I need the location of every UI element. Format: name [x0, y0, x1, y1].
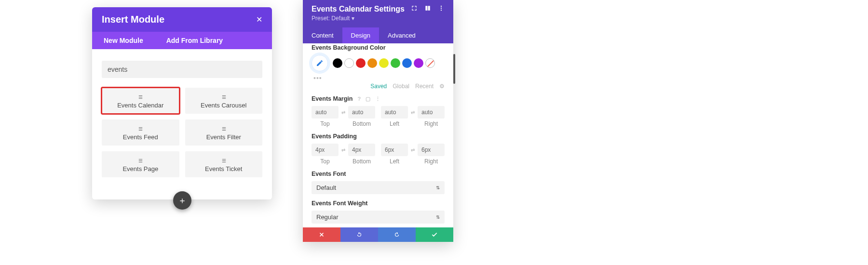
- module-search-input[interactable]: [102, 61, 262, 78]
- caret-down-icon: ▾: [352, 15, 354, 22]
- side-right: Right: [418, 158, 445, 165]
- swatch-yellow[interactable]: [379, 58, 389, 68]
- margin-label-text: Events Margin: [312, 95, 353, 102]
- insert-module-title: Insert Module: [102, 14, 164, 25]
- module-events-feed[interactable]: ☰ Events Feed: [102, 119, 179, 146]
- module-label: Events Feed: [123, 133, 158, 141]
- color-picker-button[interactable]: [312, 55, 328, 71]
- side-left: Left: [381, 158, 408, 165]
- padding-right-input[interactable]: [418, 144, 445, 156]
- tab-content[interactable]: Content: [303, 27, 342, 43]
- tab-new-module[interactable]: New Module: [92, 32, 155, 49]
- bg-color-label: Events Background Color: [312, 44, 445, 51]
- svg-point-0: [441, 6, 442, 7]
- color-tab-recent[interactable]: Recent: [415, 83, 434, 90]
- swatch-orange[interactable]: [367, 58, 377, 68]
- swatch-red[interactable]: [356, 58, 366, 68]
- side-top: Top: [312, 158, 339, 165]
- chevron-updown-icon: ⇅: [436, 214, 440, 220]
- padding-bottom-input[interactable]: [348, 144, 375, 156]
- color-tab-saved[interactable]: Saved: [370, 83, 387, 90]
- link-icon[interactable]: ⇄: [339, 110, 347, 115]
- tab-add-from-library[interactable]: Add From Library: [155, 32, 234, 49]
- settings-header: Events Calendar Settings Preset: Default…: [303, 0, 453, 27]
- module-icon: ☰: [222, 159, 226, 163]
- chevron-updown-icon: ⇅: [436, 185, 440, 190]
- swatch-blue[interactable]: [402, 58, 412, 68]
- link-icon[interactable]: ⇄: [409, 147, 417, 153]
- swatch-white[interactable]: [344, 58, 354, 68]
- swatch-green[interactable]: [391, 58, 400, 68]
- insert-module-header: Insert Module ✕: [92, 7, 272, 32]
- save-button[interactable]: [416, 227, 453, 242]
- link-icon[interactable]: ⇄: [409, 110, 417, 115]
- swatch-black[interactable]: [333, 58, 342, 68]
- module-label: Events Page: [122, 165, 158, 172]
- font-weight-value: Regular: [316, 213, 339, 221]
- margin-label: Events Margin ? ▢ ⋮: [312, 95, 445, 102]
- module-icon: ☰: [222, 95, 226, 100]
- settings-title: Events Calendar Settings: [312, 5, 405, 13]
- undo-button[interactable]: [340, 227, 378, 242]
- padding-top-input[interactable]: [312, 144, 339, 156]
- font-label: Events Font: [312, 171, 445, 177]
- close-icon[interactable]: ✕: [256, 15, 262, 24]
- font-value: Default: [316, 184, 336, 191]
- insert-module-modal: Insert Module ✕ New Module Add From Libr…: [92, 7, 272, 199]
- module-events-carousel[interactable]: ☰ Events Carousel: [185, 88, 263, 114]
- module-icon: ☰: [138, 127, 142, 132]
- side-left: Left: [381, 120, 408, 127]
- columns-icon[interactable]: [424, 5, 431, 12]
- link-icon[interactable]: ⇄: [339, 147, 347, 153]
- color-tab-global[interactable]: Global: [393, 83, 409, 90]
- preset-value: Default: [331, 15, 350, 22]
- more-dots-icon[interactable]: •••: [313, 74, 445, 82]
- font-select[interactable]: Default ⇅: [312, 181, 445, 194]
- module-events-filter[interactable]: ☰ Events Filter: [185, 119, 263, 146]
- color-tabs: Saved Global Recent ⚙: [312, 83, 445, 90]
- side-top: Top: [312, 120, 339, 127]
- module-label: Events Carousel: [201, 102, 246, 109]
- side-bottom: Bottom: [348, 120, 375, 127]
- module-label: Events Calendar: [117, 102, 163, 109]
- preset-label: Preset:: [312, 15, 330, 22]
- redo-button[interactable]: [378, 227, 416, 242]
- tab-design[interactable]: Design: [342, 27, 379, 43]
- module-label: Events Ticket: [205, 165, 242, 172]
- margin-top-input[interactable]: [312, 106, 339, 119]
- tab-advanced[interactable]: Advanced: [379, 27, 424, 43]
- module-events-page[interactable]: ☰ Events Page: [102, 151, 179, 177]
- module-grid: ☰ Events Calendar ☰ Events Carousel ☰ Ev…: [102, 88, 262, 177]
- margin-left-input[interactable]: [381, 106, 408, 119]
- cancel-button[interactable]: [303, 227, 340, 242]
- swatch-none[interactable]: [425, 58, 435, 68]
- preset-row[interactable]: Preset: Default ▾: [312, 15, 405, 22]
- padding-left-input[interactable]: [381, 144, 408, 156]
- add-module-fab[interactable]: ＋: [173, 191, 191, 210]
- module-events-calendar[interactable]: ☰ Events Calendar: [102, 88, 179, 114]
- help-icon[interactable]: ?: [357, 96, 361, 102]
- scrollbar[interactable]: [453, 54, 455, 84]
- side-bottom: Bottom: [348, 158, 375, 165]
- padding-label: Events Padding: [312, 133, 445, 140]
- settings-tabs: Content Design Advanced: [303, 27, 453, 43]
- module-icon: ☰: [222, 127, 226, 132]
- font-weight-label: Events Font Weight: [312, 200, 445, 207]
- focus-icon[interactable]: [411, 5, 418, 12]
- svg-point-1: [441, 8, 442, 9]
- swatch-purple[interactable]: [414, 58, 423, 68]
- svg-point-2: [441, 10, 442, 11]
- font-weight-select[interactable]: Regular ⇅: [312, 211, 445, 224]
- margin-bottom-input[interactable]: [348, 106, 375, 119]
- gear-icon[interactable]: ⚙: [439, 83, 445, 90]
- more-icon[interactable]: [438, 5, 445, 12]
- margin-right-input[interactable]: [418, 106, 445, 119]
- settings-action-bar: [303, 227, 453, 242]
- module-events-ticket[interactable]: ☰ Events Ticket: [185, 151, 263, 177]
- module-icon: ☰: [138, 95, 142, 100]
- margin-inputs: ⇄ Top Bottom ⇄ Left: [312, 106, 445, 127]
- responsive-icon[interactable]: ▢: [366, 96, 370, 102]
- dynamic-icon[interactable]: ⋮: [375, 96, 380, 102]
- module-label: Events Filter: [206, 133, 241, 141]
- insert-module-tabs: New Module Add From Library: [92, 32, 272, 49]
